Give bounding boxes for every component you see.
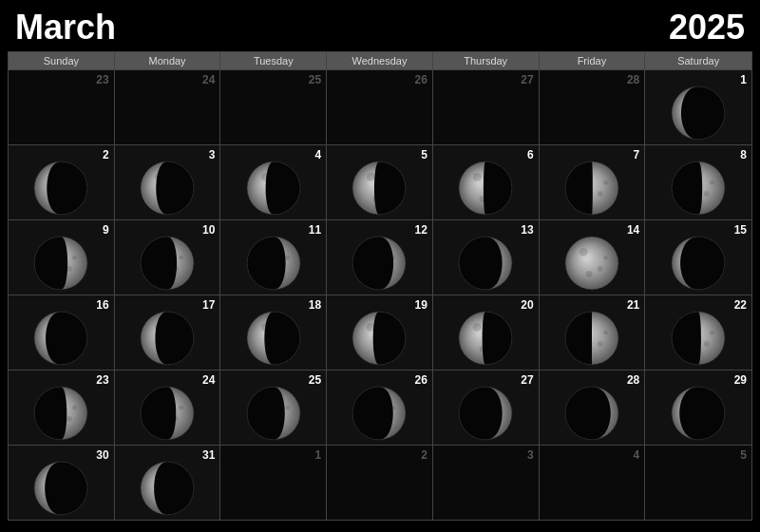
calendar-cell: 12: [327, 220, 433, 294]
cell-day-number: 13: [521, 223, 533, 237]
calendar-week-row: 2345678: [9, 144, 751, 219]
moon-phase-canvas: [458, 386, 513, 441]
cell-day-number: 3: [527, 448, 534, 462]
calendar-cell: 1: [645, 70, 751, 144]
calendar-cell: 24: [115, 370, 221, 445]
moon-phase-canvas: [564, 236, 619, 291]
moon-phase-canvas: [33, 386, 88, 441]
cell-day-number: 4: [634, 448, 640, 462]
cell-day-number: 16: [96, 298, 108, 312]
year-title: 2025: [669, 8, 745, 48]
calendar-cell: 23: [9, 370, 115, 445]
cell-day-number: 26: [414, 73, 427, 86]
cell-day-number: 1: [314, 448, 321, 462]
moon-phase-canvas: [140, 461, 195, 516]
cell-day-number: 28: [627, 373, 639, 387]
cell-day-number: 3: [209, 148, 216, 162]
calendar-cell: 23: [9, 70, 115, 144]
calendar-cell: 3: [115, 145, 221, 219]
calendar-cell: 9: [9, 220, 115, 294]
calendar-cell: 17: [115, 295, 221, 370]
cell-day-number: 21: [627, 298, 639, 312]
calendar-cell: 16: [9, 295, 115, 370]
calendar-cell: 27: [433, 70, 540, 144]
calendar-cell: 30: [9, 446, 115, 520]
moon-phase-canvas: [246, 236, 301, 291]
cell-day-number: 25: [309, 73, 321, 86]
calendar-cell: 5: [645, 446, 751, 520]
day-headers-row: SundayMondayTuesdayWednesdayThursdayFrid…: [9, 52, 751, 69]
cell-day-number: 9: [103, 223, 109, 237]
cell-day-number: 27: [521, 373, 533, 387]
cell-day-number: 31: [202, 448, 215, 462]
calendar-cell: 31: [115, 446, 221, 520]
calendar-cell: 18: [220, 295, 327, 370]
cell-day-number: 12: [414, 223, 427, 237]
calendar-cell: 14: [540, 220, 646, 294]
moon-phase-canvas: [458, 236, 513, 291]
cell-day-number: 23: [96, 373, 108, 387]
moon-phase-canvas: [33, 311, 88, 366]
cell-day-number: 17: [202, 298, 215, 312]
calendar-cell: 28: [540, 370, 646, 445]
app: March 2025 SundayMondayTuesdayWednesdayT…: [0, 0, 760, 532]
calendar-cell: 1: [220, 446, 327, 520]
calendar-cell: 25: [220, 370, 327, 445]
cell-day-number: 30: [96, 448, 108, 462]
cell-day-number: 11: [309, 223, 321, 237]
moon-phase-canvas: [33, 236, 88, 291]
calendar-cell: 2: [9, 145, 115, 219]
calendar-rows: 2324252627281234567891011121314151617181…: [9, 69, 751, 520]
cell-day-number: 25: [309, 373, 321, 387]
cell-day-number: 4: [314, 148, 321, 162]
calendar-week-row: 2324252627281: [9, 69, 751, 144]
cell-day-number: 2: [103, 148, 109, 162]
moon-phase-canvas: [140, 236, 195, 291]
calendar-cell: 15: [645, 220, 751, 294]
moon-phase-canvas: [564, 161, 619, 216]
moon-phase-canvas: [564, 311, 619, 366]
calendar-cell: 28: [540, 70, 646, 144]
moon-phase-canvas: [140, 161, 195, 216]
moon-phase-canvas: [671, 236, 726, 291]
cell-day-number: 28: [627, 73, 639, 86]
calendar-cell: 22: [645, 295, 751, 370]
moon-phase-canvas: [671, 161, 726, 216]
cell-day-number: 10: [202, 223, 215, 237]
moon-phase-canvas: [246, 386, 301, 441]
cell-day-number: 1: [740, 73, 747, 86]
day-header: Wednesday: [327, 52, 433, 69]
calendar-cell: 10: [115, 220, 221, 294]
cell-day-number: 14: [627, 223, 639, 237]
moon-phase-canvas: [33, 461, 88, 516]
calendar-cell: 5: [327, 145, 433, 219]
calendar-cell: 3: [433, 446, 540, 520]
calendar-week-row: 23242526272829: [9, 370, 751, 445]
moon-phase-canvas: [33, 161, 88, 216]
calendar-cell: 20: [433, 295, 540, 370]
cell-day-number: 27: [521, 73, 533, 86]
calendar-week-row: 9101112131415: [9, 219, 751, 294]
day-header: Friday: [540, 52, 646, 69]
moon-phase-canvas: [352, 236, 407, 291]
calendar-week-row: 16171819202122: [9, 294, 751, 370]
cell-day-number: 29: [734, 373, 747, 387]
moon-phase-canvas: [352, 386, 407, 441]
month-title: March: [15, 8, 116, 48]
calendar-cell: 11: [220, 220, 327, 294]
day-header: Saturday: [645, 52, 751, 69]
day-header: Thursday: [433, 52, 540, 69]
moon-phase-canvas: [140, 311, 195, 366]
calendar-cell: 27: [433, 370, 540, 445]
day-header: Tuesday: [220, 52, 327, 69]
cell-day-number: 23: [96, 73, 108, 86]
calendar-cell: 7: [540, 145, 646, 219]
cell-day-number: 26: [414, 373, 427, 387]
cell-day-number: 20: [521, 298, 533, 312]
moon-phase-canvas: [246, 161, 301, 216]
cell-day-number: 15: [734, 223, 747, 237]
calendar-cell: 19: [327, 295, 433, 370]
calendar-cell: 29: [645, 370, 751, 445]
calendar-cell: 21: [540, 295, 646, 370]
calendar-cell: 25: [220, 70, 327, 144]
